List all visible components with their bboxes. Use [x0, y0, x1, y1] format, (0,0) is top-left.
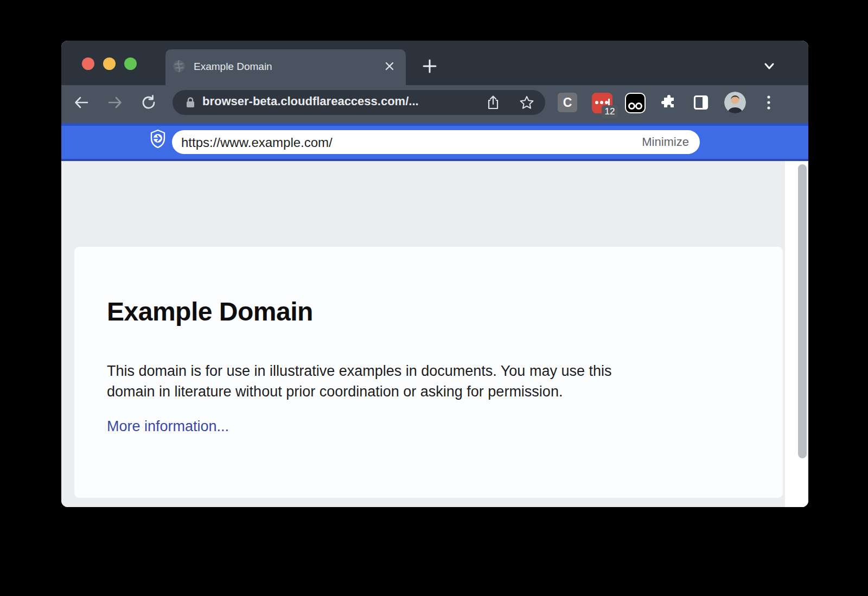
circle-left-icon — [628, 102, 635, 110]
globe-favicon-icon — [173, 60, 186, 73]
circles-extension-icon[interactable] — [625, 93, 646, 113]
forward-icon[interactable] — [107, 95, 123, 110]
close-window-button[interactable] — [82, 57, 94, 70]
content-card: Example Domain This domain is for use in… — [74, 247, 783, 498]
browser-window: Example Domain — [61, 41, 808, 507]
close-tab-icon[interactable] — [383, 60, 396, 73]
side-panel-icon[interactable] — [693, 95, 709, 110]
browser-tab[interactable]: Example Domain — [165, 49, 406, 85]
extension-badge: 12 — [602, 105, 618, 118]
reload-icon[interactable] — [141, 95, 156, 110]
lock-icon[interactable] — [186, 97, 195, 108]
remote-browser-bar: https://www.example.com/ Minimize — [61, 123, 808, 161]
address-bar[interactable]: browser-beta.cloudflareaccess.com/... — [173, 90, 545, 115]
c-extension-icon[interactable]: C — [558, 93, 577, 112]
remote-url-text[interactable]: https://www.example.com/ — [181, 135, 333, 150]
menu-dots-icon[interactable] — [764, 95, 774, 110]
page-url[interactable]: browser-beta.cloudflareaccess.com/... — [202, 94, 419, 108]
scrollbar-track[interactable] — [785, 161, 808, 507]
tab-title: Example Domain — [194, 61, 272, 73]
remote-url-bar[interactable]: https://www.example.com/ Minimize — [172, 130, 700, 154]
browser-toolbar: browser-beta.cloudflareaccess.com/... C … — [61, 85, 808, 123]
chevron-down-icon[interactable] — [763, 60, 775, 72]
password-dots-icon — [595, 101, 608, 104]
shield-icon — [150, 129, 166, 149]
profile-avatar[interactable] — [724, 92, 746, 113]
page-body-text: This domain is for use in illustrative e… — [107, 361, 742, 402]
minimize-window-button[interactable] — [103, 57, 116, 70]
minimize-button[interactable]: Minimize — [642, 135, 689, 149]
more-information-link[interactable]: More information... — [107, 418, 229, 435]
zoom-window-button[interactable] — [124, 57, 137, 70]
page-title: Example Domain — [107, 297, 313, 326]
password-extension-icon[interactable]: 12 — [592, 93, 612, 113]
bookmark-star-icon[interactable] — [520, 95, 534, 110]
tab-strip: Example Domain — [61, 41, 808, 85]
page-viewport: Example Domain This domain is for use in… — [61, 161, 808, 507]
extensions-puzzle-icon[interactable] — [661, 95, 676, 110]
circle-right-icon — [635, 102, 642, 110]
new-tab-button[interactable] — [423, 59, 437, 73]
share-icon[interactable] — [486, 95, 500, 110]
back-icon[interactable] — [74, 95, 89, 110]
scrollbar-thumb[interactable] — [798, 164, 807, 458]
